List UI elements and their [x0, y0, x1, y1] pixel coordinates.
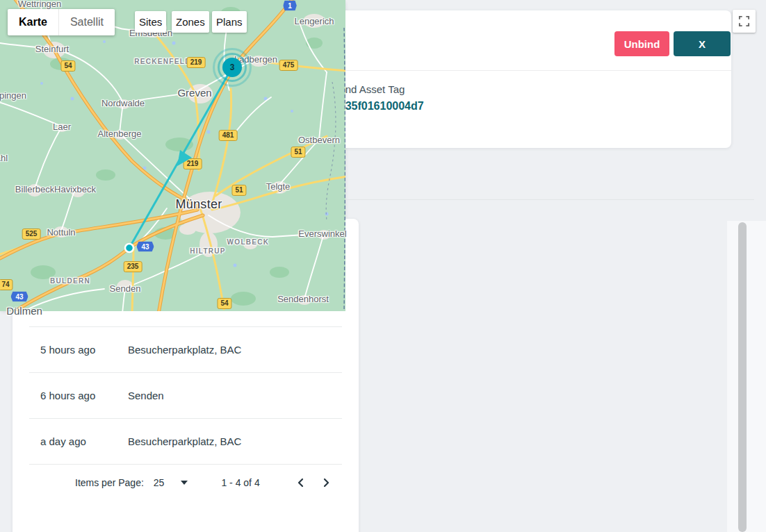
journey-path-overlay [0, 0, 345, 311]
map-type-control: Karte Satellit [8, 9, 115, 35]
cluster-count[interactable]: 3 [222, 58, 242, 77]
map-cluster-marker[interactable]: 3 [213, 48, 252, 87]
plans-layer-button[interactable]: Plans [212, 11, 247, 33]
map-type-karte[interactable]: Karte [8, 9, 58, 35]
journey-map[interactable]: WettringenSteinfurtEmsdettenLengerichREC… [0, 0, 345, 311]
map-type-satellit[interactable]: Satellit [58, 9, 115, 35]
zones-layer-button[interactable]: Zones [172, 11, 209, 33]
sites-layer-button[interactable]: Sites [135, 11, 166, 33]
journey-endpoint-marker[interactable] [125, 244, 133, 252]
